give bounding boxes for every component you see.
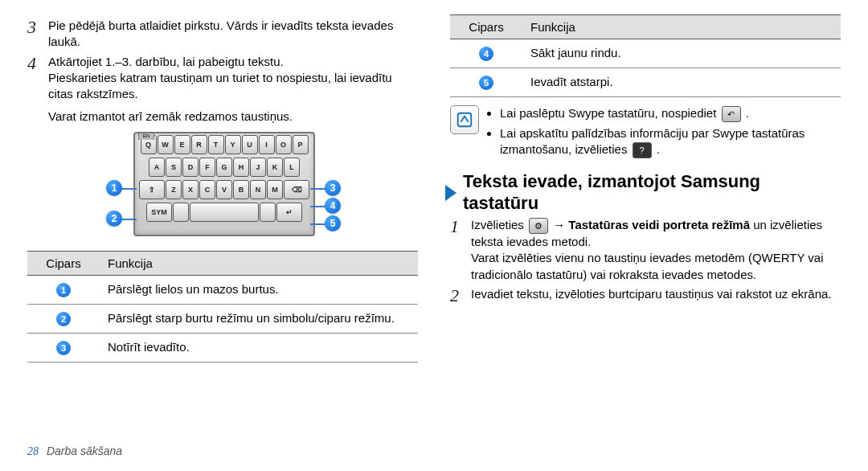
key: H <box>233 158 249 177</box>
callout-5: 5 <box>325 215 341 231</box>
row-text: Sākt jaunu rindu. <box>522 39 841 68</box>
key: K <box>267 158 283 177</box>
row-text: Pārslēgt starp burtu režīmu un simbolu/c… <box>100 304 418 333</box>
key: R <box>191 135 207 154</box>
page-footer: 28 Darba sākšana <box>27 444 122 458</box>
key: U <box>242 135 258 154</box>
table-row: 3 Notīrīt ievadīto. <box>27 333 418 362</box>
step3-text: Pie pēdējā burta atlaidiet pirkstu. Vārd… <box>48 18 418 51</box>
table-head-num: Cipars <box>27 251 100 275</box>
key: M <box>267 180 283 199</box>
keyboard-diagram: EN Q W E R T Y U I O P A <box>98 132 347 243</box>
key <box>260 203 276 222</box>
note-body: Lai paslēptu Swype tastatūru, nospiediet… <box>485 105 841 162</box>
key: G <box>216 158 232 177</box>
page-number: 28 <box>27 445 39 457</box>
row-num: 4 <box>479 47 493 61</box>
row-num: 1 <box>56 283 71 297</box>
note-icon <box>450 105 479 134</box>
row-text: Notīrīt ievadīto. <box>100 333 418 362</box>
key: J <box>250 158 266 177</box>
row-num: 2 <box>56 312 71 326</box>
key <box>173 203 189 222</box>
row-text: Pārslēgt lielos un mazos burtus. <box>100 275 418 304</box>
right-function-table: Cipars Funkcija 4 Sākt jaunu rindu. 5 Ie… <box>450 14 841 97</box>
key: P <box>293 135 309 154</box>
key: C <box>199 180 215 199</box>
step4-text: Atkārtojiet 1.–3. darbību, lai pabeigtu … <box>48 54 418 103</box>
key: O <box>276 135 292 154</box>
row-text: Ievadīt atstarpi. <box>522 68 841 97</box>
sym-key: SYM <box>146 203 172 222</box>
key: I <box>259 135 275 154</box>
shift-key: ⇧ <box>139 180 165 199</box>
table-head-fn: Funkcija <box>522 15 841 39</box>
table-row: 2 Pārslēgt starp burtu režīmu un simbolu… <box>27 304 418 333</box>
key: B <box>233 180 249 199</box>
key: V <box>216 180 232 199</box>
step-number-4: 4 <box>27 54 48 73</box>
key: N <box>250 180 266 199</box>
help-key-icon: ? <box>633 142 652 158</box>
table-row: 4 Sākt jaunu rindu. <box>450 39 841 68</box>
back-key-icon: ↶ <box>722 106 741 122</box>
key: W <box>158 135 174 154</box>
step-number-3: 3 <box>27 18 48 37</box>
table-row: 5 Ievadīt atstarpi. <box>450 68 841 97</box>
table-head-num: Cipars <box>450 15 522 39</box>
key: X <box>182 180 199 199</box>
svg-rect-0 <box>458 113 472 127</box>
key: D <box>182 158 199 177</box>
section-chevron-icon <box>445 185 457 201</box>
section-title: Teksta ievade, izmantojot Samsung tastat… <box>463 171 841 214</box>
key: F <box>199 158 215 177</box>
footer-section: Darba sākšana <box>47 444 122 457</box>
callout-2: 2 <box>106 211 122 227</box>
callout-3: 3 <box>325 180 341 196</box>
plain-text-below: Varat izmantot arī zemāk redzamos tausti… <box>48 109 418 125</box>
table-row: 1 Pārslēgt lielos un mazos burtus. <box>27 275 418 304</box>
backspace-key: ⌫ <box>284 180 309 199</box>
space-key <box>190 203 259 222</box>
row-num: 5 <box>479 76 493 90</box>
key: T <box>208 135 224 154</box>
key: L <box>284 158 300 177</box>
callout-4: 4 <box>325 198 341 214</box>
key: A <box>149 158 165 177</box>
table-head-fn: Funkcija <box>100 251 418 275</box>
key: Z <box>166 180 182 199</box>
step1-text: Izvēlieties ⚙ → Tastatūras veidi portret… <box>471 217 841 283</box>
step-number-2: 2 <box>450 286 471 305</box>
step-number-1: 1 <box>450 217 471 236</box>
key: S <box>166 158 182 177</box>
enter-key: ↵ <box>276 203 302 222</box>
step2-text: Ievadiet tekstu, izvēloties burtciparu t… <box>471 286 841 302</box>
lang-tab: EN <box>138 132 154 140</box>
key: E <box>174 135 190 154</box>
gear-icon: ⚙ <box>529 218 548 234</box>
key: Y <box>225 135 241 154</box>
row-num: 3 <box>56 341 71 355</box>
left-function-table: Cipars Funkcija 1 Pārslēgt lielos un maz… <box>27 251 418 362</box>
callout-1: 1 <box>106 180 122 196</box>
